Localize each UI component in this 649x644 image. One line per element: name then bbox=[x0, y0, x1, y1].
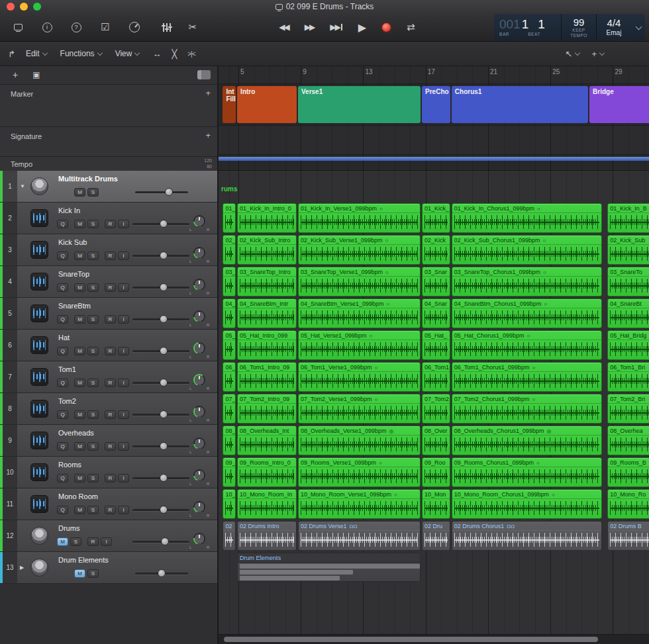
s-button[interactable]: S bbox=[87, 379, 99, 387]
audio-region[interactable]: 07_ bbox=[223, 394, 236, 424]
i-button[interactable]: I bbox=[118, 506, 129, 514]
edit-menu[interactable]: Edit bbox=[26, 49, 47, 58]
zoom-horizontal-button[interactable]: ↔ bbox=[152, 49, 161, 59]
volume-fader[interactable] bbox=[132, 255, 189, 257]
disclosure-triangle[interactable]: ▶ bbox=[20, 565, 24, 571]
pan-knob[interactable] bbox=[193, 533, 205, 545]
track-row[interactable]: 2Kick InQMSRILR bbox=[0, 203, 217, 234]
r-button[interactable]: R bbox=[105, 252, 116, 260]
audio-region[interactable]: 10_Mono_Ro bbox=[607, 489, 649, 519]
audio-region[interactable]: 06_Tom1_Chorus1_099bpm○ bbox=[452, 362, 602, 392]
track-row[interactable]: 1▼Multitrack DrumsMS bbox=[0, 171, 217, 203]
volume-fader-thumb[interactable] bbox=[158, 569, 166, 577]
volume-fader[interactable] bbox=[135, 573, 188, 575]
command-click-tool-menu[interactable]: + bbox=[591, 49, 604, 59]
audio-region[interactable]: 04_SnareBtm_Verse1_099bpm○ bbox=[298, 299, 421, 328]
audio-region[interactable]: 01_Kick_In_B bbox=[607, 203, 649, 233]
drums-region[interactable]: 02 bbox=[223, 521, 236, 551]
audio-region[interactable]: 06_ bbox=[223, 362, 236, 392]
r-button[interactable]: R bbox=[105, 283, 116, 292]
r-button[interactable]: R bbox=[105, 379, 116, 387]
audio-region[interactable]: 06_Tom1_Bri bbox=[607, 362, 649, 392]
q-button[interactable]: Q bbox=[57, 410, 68, 419]
audio-region[interactable]: 01_Kick_In_Verse1_099bpm○ bbox=[298, 203, 421, 233]
audio-region[interactable]: 08_Overheads_Verse1_099bpm◎ bbox=[298, 426, 421, 455]
i-button[interactable]: I bbox=[118, 347, 129, 355]
r-button[interactable]: R bbox=[105, 474, 116, 483]
audio-region[interactable]: 09_Roo bbox=[422, 457, 450, 487]
s-button[interactable]: S bbox=[70, 537, 81, 546]
audio-region[interactable]: 06_Tom1 bbox=[422, 362, 450, 392]
play-button[interactable]: ▶ bbox=[358, 21, 366, 34]
r-button[interactable]: R bbox=[105, 220, 116, 228]
m-button[interactable]: M bbox=[57, 537, 68, 546]
s-button[interactable]: S bbox=[87, 252, 99, 260]
audio-region[interactable]: 07_Tom2_Verse1_099bpm○ bbox=[298, 394, 421, 424]
i-button[interactable]: I bbox=[101, 537, 112, 546]
rewind-button[interactable]: ◀◀ bbox=[279, 23, 288, 32]
horizontal-scrollbar-thumb[interactable] bbox=[224, 637, 598, 642]
track-row[interactable]: 3Kick SubQMSRILR bbox=[0, 234, 217, 266]
track-row[interactable]: 9OverheadsQMSRILR bbox=[0, 425, 217, 457]
tempo-lane[interactable] bbox=[219, 155, 649, 171]
volume-fader[interactable] bbox=[135, 191, 188, 193]
catch-playhead-button[interactable]: ↱ bbox=[8, 49, 15, 59]
i-button[interactable]: I bbox=[118, 442, 129, 451]
marker-region[interactable]: Verse1 bbox=[298, 86, 421, 123]
q-button[interactable]: Q bbox=[57, 379, 68, 387]
track-row[interactable]: 8Tom2QMSRILR bbox=[0, 393, 217, 425]
drums-region[interactable]: 02 Drums Verse1ΩΩ bbox=[298, 521, 421, 551]
volume-fader-thumb[interactable] bbox=[160, 315, 168, 323]
audio-region[interactable]: 10_Mon bbox=[422, 489, 450, 519]
pan-knob[interactable] bbox=[193, 342, 205, 354]
track-row[interactable]: 13▶Drum ElementsMS bbox=[0, 552, 217, 584]
audio-region[interactable]: 02_Kick_Sub_Chorus1_099bpm○ bbox=[452, 235, 602, 265]
audio-region[interactable]: 02_Kick bbox=[422, 235, 450, 265]
snap-button[interactable]: >|< bbox=[187, 50, 195, 58]
m-button[interactable]: M bbox=[74, 379, 85, 387]
m-button[interactable]: M bbox=[74, 506, 85, 514]
drums-region[interactable]: 02 Drums Intro bbox=[237, 521, 297, 551]
i-button[interactable]: I bbox=[118, 220, 129, 228]
q-button[interactable]: Q bbox=[57, 506, 68, 514]
i-button[interactable]: I bbox=[118, 379, 129, 387]
i-button[interactable]: I bbox=[118, 283, 129, 292]
add-marker-button[interactable]: + bbox=[205, 88, 211, 98]
s-button[interactable]: S bbox=[87, 347, 99, 355]
volume-fader[interactable] bbox=[132, 223, 189, 225]
volume-fader-thumb[interactable] bbox=[160, 220, 168, 228]
s-button[interactable]: S bbox=[87, 474, 99, 483]
audio-region[interactable]: 04_SnareBt bbox=[607, 299, 649, 328]
m-button[interactable]: M bbox=[74, 347, 85, 355]
audio-region[interactable]: 10_Mono_Room_Verse1_099bpm○ bbox=[298, 489, 421, 519]
audio-region[interactable]: 08_Overhea bbox=[607, 426, 649, 455]
audio-region[interactable]: 04_SnareBtm_Intr bbox=[237, 299, 297, 328]
r-button[interactable]: R bbox=[87, 537, 99, 546]
m-button[interactable]: M bbox=[74, 315, 85, 324]
marker-region[interactable]: Int Fill bbox=[223, 86, 236, 123]
quick-help-button[interactable]: i bbox=[40, 20, 54, 34]
i-button[interactable]: I bbox=[118, 474, 129, 483]
pan-knob[interactable] bbox=[193, 437, 205, 449]
audio-region[interactable]: 05_Hat_Bridg bbox=[607, 330, 649, 360]
audio-region[interactable]: 08_ bbox=[223, 426, 236, 455]
volume-fader[interactable] bbox=[132, 509, 189, 511]
audio-device-button[interactable] bbox=[11, 20, 25, 34]
signature-lane[interactable] bbox=[219, 126, 649, 155]
checklist-button[interactable]: ☑ bbox=[98, 20, 113, 34]
editors-button[interactable]: ✂ bbox=[185, 20, 200, 34]
duplicate-track-button[interactable]: ▣ bbox=[30, 69, 42, 81]
s-button[interactable]: S bbox=[87, 569, 99, 578]
m-button[interactable]: M bbox=[74, 220, 85, 228]
audio-region[interactable]: 03_SnareTo bbox=[607, 267, 649, 297]
audio-region[interactable]: 02_Kick_Sub_Intro bbox=[237, 235, 297, 265]
volume-fader-thumb[interactable] bbox=[160, 506, 168, 514]
volume-fader[interactable] bbox=[132, 382, 189, 384]
volume-fader-thumb[interactable] bbox=[160, 474, 168, 482]
volume-fader-thumb[interactable] bbox=[161, 537, 169, 545]
audio-region[interactable]: 08_Overheads_Int bbox=[237, 426, 297, 455]
audio-region[interactable]: 04_SnareBtm_Chorus1_099bpm○ bbox=[452, 299, 602, 328]
audio-region[interactable]: 09_Rooms_Chorus1_099bpm○ bbox=[452, 457, 602, 487]
audio-region[interactable]: 09_ bbox=[223, 457, 236, 487]
r-button[interactable]: R bbox=[105, 410, 116, 419]
